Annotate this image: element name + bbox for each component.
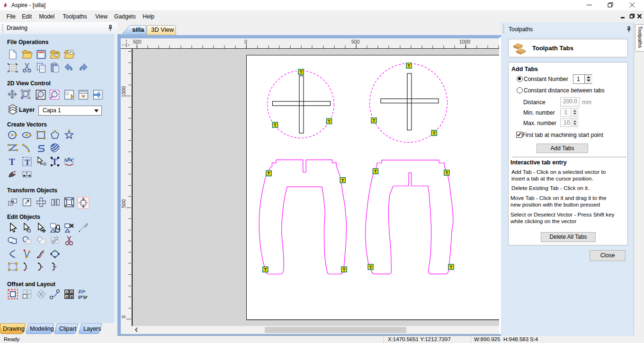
svg-text:T: T	[341, 178, 344, 183]
svg-text:T: T	[408, 63, 411, 68]
svg-text:T: T	[264, 267, 267, 272]
svg-text:T: T	[300, 70, 303, 74]
svg-text:T: T	[369, 265, 372, 270]
svg-text:T: T	[9, 157, 15, 167]
svg-text:T: T	[25, 158, 30, 167]
svg-text:C: C	[66, 290, 68, 294]
svg-text:T: T	[328, 119, 331, 124]
svg-text:T: T	[450, 265, 453, 270]
svg-text:ge: ge	[78, 294, 83, 299]
svg-text:C: C	[71, 157, 75, 163]
svg-text:T: T	[373, 118, 376, 123]
svg-text:Modeling: Modeling	[30, 325, 54, 332]
svg-text:T: T	[343, 267, 346, 272]
svg-text:Layers: Layers	[83, 325, 101, 332]
svg-text:T: T	[274, 123, 277, 127]
svg-text:T: T	[374, 169, 377, 174]
svg-text:AB: AB	[41, 162, 46, 166]
svg-text:3D View: 3D View	[151, 26, 174, 33]
svg-text:?: ?	[26, 171, 28, 176]
svg-text:T: T	[433, 131, 436, 135]
svg-text:is: is	[83, 289, 85, 293]
svg-text:silla: silla	[132, 26, 144, 33]
svg-text:B: B	[71, 295, 73, 298]
svg-text:Drawing: Drawing	[3, 325, 25, 332]
svg-text:A: A	[66, 295, 68, 298]
svg-text:D: D	[71, 290, 73, 294]
svg-text:Clipart: Clipart	[59, 325, 77, 332]
svg-text:T: T	[268, 171, 270, 176]
svg-text:T: T	[446, 171, 448, 175]
